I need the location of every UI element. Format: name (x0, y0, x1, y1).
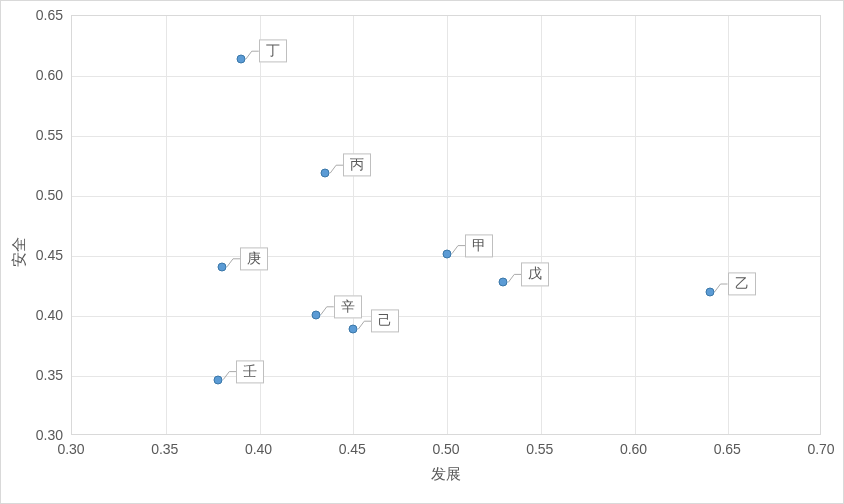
data-label: 乙 (728, 272, 756, 295)
gridline-vertical (353, 16, 354, 434)
data-point (214, 375, 223, 384)
gridline-horizontal (72, 376, 820, 377)
chart-container: 甲乙丙丁戊己庚辛壬 安全 发展 0.300.350.400.450.500.55… (0, 0, 844, 504)
gridline-horizontal (72, 196, 820, 197)
plot-area: 甲乙丙丁戊己庚辛壬 (71, 15, 821, 435)
data-point (236, 55, 245, 64)
gridline-horizontal (72, 136, 820, 137)
x-tick-label: 0.55 (526, 441, 553, 457)
data-point (218, 262, 227, 271)
x-tick-label: 0.60 (620, 441, 647, 457)
data-label: 庚 (240, 247, 268, 270)
data-label: 辛 (334, 295, 362, 318)
data-point (499, 278, 508, 287)
y-axis-label: 安全 (10, 237, 29, 267)
gridline-horizontal (72, 76, 820, 77)
data-label: 己 (371, 310, 399, 333)
x-tick-label: 0.50 (432, 441, 459, 457)
y-tick-label: 0.40 (36, 307, 63, 323)
x-tick-label: 0.70 (807, 441, 834, 457)
x-tick-label: 0.45 (339, 441, 366, 457)
y-tick-label: 0.50 (36, 187, 63, 203)
y-tick-label: 0.65 (36, 7, 63, 23)
data-point (321, 169, 330, 178)
x-axis-label: 发展 (431, 465, 461, 484)
gridline-vertical (541, 16, 542, 434)
data-point (705, 288, 714, 297)
y-tick-label: 0.45 (36, 247, 63, 263)
data-label: 丙 (343, 154, 371, 177)
gridline-vertical (166, 16, 167, 434)
x-tick-label: 0.35 (151, 441, 178, 457)
data-point (349, 325, 358, 334)
data-point (443, 249, 452, 258)
x-tick-label: 0.40 (245, 441, 272, 457)
data-label: 丁 (259, 40, 287, 63)
y-tick-label: 0.30 (36, 427, 63, 443)
data-label: 戊 (521, 263, 549, 286)
gridline-vertical (447, 16, 448, 434)
data-label: 壬 (236, 360, 264, 383)
data-label: 甲 (465, 234, 493, 257)
gridline-horizontal (72, 316, 820, 317)
gridline-vertical (635, 16, 636, 434)
y-tick-label: 0.55 (36, 127, 63, 143)
y-tick-label: 0.60 (36, 67, 63, 83)
gridline-vertical (728, 16, 729, 434)
x-tick-label: 0.65 (714, 441, 741, 457)
data-point (311, 310, 320, 319)
x-tick-label: 0.30 (57, 441, 84, 457)
y-tick-label: 0.35 (36, 367, 63, 383)
